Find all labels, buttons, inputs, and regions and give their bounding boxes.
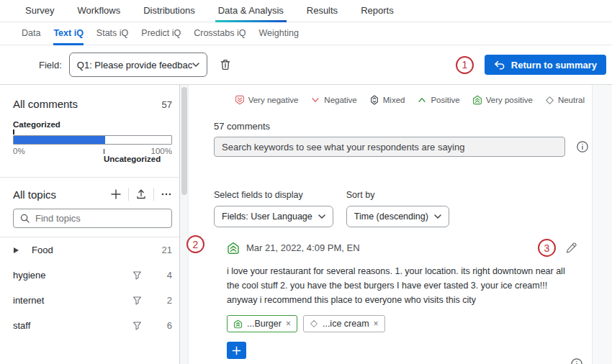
return-button-label: Return to summary bbox=[511, 60, 597, 70]
legend-label: Very positive bbox=[486, 96, 533, 104]
legend-label: Neutral bbox=[558, 96, 585, 104]
topic-count: 4 bbox=[156, 270, 172, 281]
return-arrow-icon bbox=[494, 60, 505, 70]
remove-tag-icon[interactable]: × bbox=[286, 319, 291, 329]
comments-panel: Very negative Negative Mixed bbox=[189, 85, 592, 364]
sidebar-scrollbar-thumb[interactable] bbox=[181, 87, 187, 195]
expand-caret-icon[interactable] bbox=[13, 247, 32, 254]
info-icon[interactable] bbox=[570, 358, 583, 364]
legend-label: Negative bbox=[324, 96, 356, 104]
upload-icon bbox=[135, 188, 147, 200]
remove-tag-icon[interactable]: × bbox=[374, 319, 379, 329]
filter-funnel-icon[interactable] bbox=[132, 320, 156, 331]
topic-row-hygiene[interactable]: hygiene 4 bbox=[0, 263, 179, 288]
neutral-icon bbox=[310, 319, 318, 328]
nav-tab-survey[interactable]: Survey bbox=[25, 0, 54, 22]
return-to-summary-button[interactable]: Return to summary bbox=[485, 55, 606, 75]
chevron-down-icon bbox=[434, 214, 441, 219]
nav-tab-workflows[interactable]: Workflows bbox=[77, 0, 120, 22]
filter-funnel-icon[interactable] bbox=[132, 270, 156, 281]
topic-name: staff bbox=[13, 320, 132, 331]
sort-dropdown-value: Time (descending) bbox=[354, 211, 428, 222]
subnav-tab-data[interactable]: Data bbox=[22, 22, 40, 45]
comment-text: i love your restaurant for several reaso… bbox=[227, 265, 577, 307]
chevron-down-icon bbox=[318, 214, 325, 219]
icon-separator bbox=[153, 188, 154, 201]
legend-neutral: Neutral bbox=[545, 96, 585, 105]
find-topics-input[interactable] bbox=[35, 213, 166, 224]
annotation-circle-3: 3 bbox=[538, 239, 556, 257]
nav-tab-distributions[interactable]: Distributions bbox=[143, 0, 195, 22]
filter-funnel-icon[interactable] bbox=[132, 295, 156, 306]
topic-count: 2 bbox=[156, 295, 172, 306]
search-icon bbox=[19, 213, 30, 224]
subnav-tab-weighting[interactable]: Weighting bbox=[258, 22, 298, 45]
topic-name: internet bbox=[13, 295, 132, 306]
select-fields-label: Select fields to display bbox=[214, 190, 333, 200]
mixed-icon bbox=[369, 95, 379, 105]
sort-dropdown[interactable]: Time (descending) bbox=[346, 206, 449, 227]
add-topic-button[interactable] bbox=[110, 188, 122, 200]
field-dropdown[interactable]: Q1: Please provide feedback on your r bbox=[69, 53, 207, 77]
keyword-search-input[interactable] bbox=[214, 137, 565, 157]
subnav-tab-predict-iq[interactable]: Predict iQ bbox=[141, 22, 181, 45]
positive-icon bbox=[417, 95, 427, 105]
legend-label: Positive bbox=[431, 96, 459, 104]
negative-icon bbox=[310, 95, 320, 105]
very-positive-sentiment-icon[interactable] bbox=[227, 242, 240, 255]
tag-label: ...Burger bbox=[247, 319, 282, 329]
very-positive-icon bbox=[472, 95, 482, 105]
comment-card: 2 Mar 21, 2022, 4:09 PM, EN 3 bbox=[214, 239, 577, 359]
subnav-tab-stats-iq[interactable]: Stats iQ bbox=[96, 22, 128, 45]
uncategorized-marker: Uncategorized bbox=[104, 149, 161, 163]
nav-tab-reports[interactable]: Reports bbox=[361, 0, 394, 22]
upload-topics-button[interactable] bbox=[135, 188, 147, 200]
legend-very-negative: Very negative bbox=[235, 95, 299, 105]
comment-timestamp: Mar 21, 2022, 4:09 PM, EN bbox=[246, 242, 360, 253]
legend-very-positive: Very positive bbox=[472, 95, 533, 105]
comments-count: 57 comments bbox=[214, 121, 592, 132]
legend-positive: Positive bbox=[417, 95, 459, 105]
fields-dropdown[interactable]: Fields: User Language bbox=[214, 206, 333, 227]
subnav-tab-text-iq[interactable]: Text iQ bbox=[53, 22, 83, 45]
subnav-tab-crosstabs-iq[interactable]: Crosstabs iQ bbox=[194, 22, 246, 45]
very-positive-icon bbox=[233, 319, 243, 329]
icon-separator bbox=[128, 188, 129, 201]
sort-by-label: Sort by bbox=[346, 190, 449, 200]
categorization-progress: Categorized 0% 100% Uncategorized bbox=[13, 120, 172, 155]
legend-mixed: Mixed bbox=[369, 95, 405, 105]
very-negative-icon bbox=[235, 95, 245, 105]
topic-name: hygiene bbox=[13, 270, 132, 281]
top-nav: Survey Workflows Distributions Data & An… bbox=[0, 0, 612, 22]
topic-count: 6 bbox=[156, 320, 172, 331]
neutral-icon bbox=[545, 96, 554, 105]
annotation-circle-1: 1 bbox=[456, 56, 474, 74]
fields-filter: Select fields to display Fields: User La… bbox=[214, 190, 333, 227]
topic-count: 21 bbox=[156, 245, 172, 255]
uncategorized-label: Uncategorized bbox=[104, 155, 161, 163]
nav-tab-results[interactable]: Results bbox=[307, 0, 338, 22]
ellipsis-icon bbox=[161, 188, 172, 200]
delete-field-button[interactable] bbox=[219, 58, 232, 71]
sort-filter: Sort by Time (descending) bbox=[346, 190, 449, 227]
categorized-tick bbox=[13, 129, 14, 135]
nav-tab-data-analysis[interactable]: Data & Analysis bbox=[218, 0, 284, 22]
sidebar-scrollbar-track bbox=[180, 85, 189, 364]
add-topic-to-comment-button[interactable] bbox=[227, 342, 246, 359]
categorized-label: Categorized bbox=[13, 120, 172, 129]
tag-label: ...ice cream bbox=[323, 319, 369, 329]
tag-burger[interactable]: ...Burger × bbox=[227, 315, 297, 332]
categorization-bar-fill bbox=[14, 136, 105, 144]
topic-row-food[interactable]: Food 21 bbox=[0, 237, 179, 263]
info-icon[interactable] bbox=[576, 140, 589, 153]
all-comments-count: 57 bbox=[162, 99, 172, 110]
topic-name: Food bbox=[32, 245, 132, 255]
sidebar-divider bbox=[0, 177, 179, 178]
field-toolbar: Field: Q1: Please provide feedback on yo… bbox=[0, 45, 612, 85]
tag-ice-cream[interactable]: ...ice cream × bbox=[303, 315, 385, 332]
topic-row-staff[interactable]: staff 6 bbox=[0, 313, 179, 338]
right-scroll-gutter bbox=[592, 85, 612, 364]
edit-pencil-icon[interactable] bbox=[565, 242, 577, 254]
topic-row-internet[interactable]: internet 2 bbox=[0, 288, 179, 313]
topics-more-options-button[interactable] bbox=[161, 188, 172, 200]
